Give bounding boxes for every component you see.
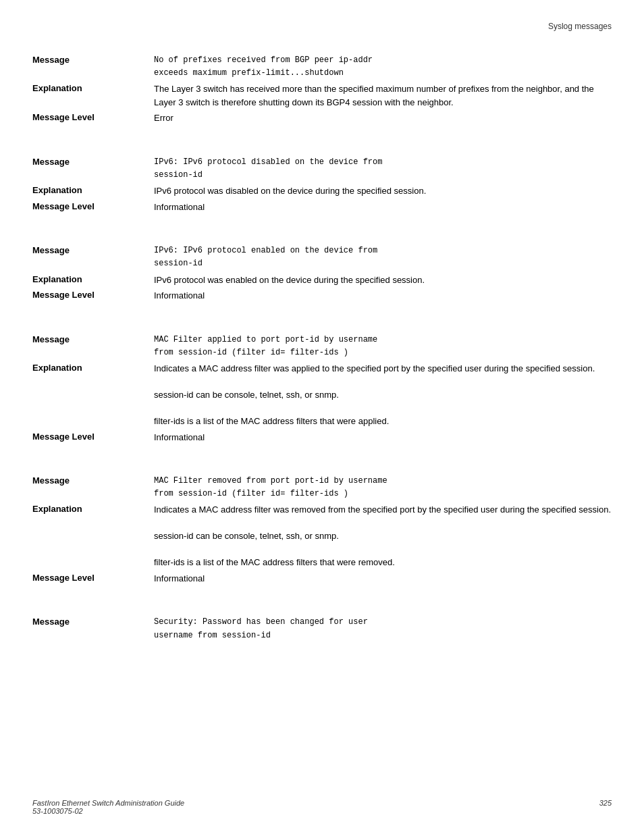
level-label-5: Message Level: [32, 572, 154, 583]
explanation-value-3: IPv6 protocol was enabled on the device …: [154, 273, 612, 287]
level-row-1: Message Level Error: [32, 111, 612, 125]
message-row-3: Message IPv6: IPv6 protocol enabled on t…: [32, 244, 612, 270]
message-row-5: Message MAC Filter removed from port por…: [32, 475, 612, 500]
entry-6: Message Security: Password has been chan…: [32, 616, 612, 642]
level-row-2: Message Level Informational: [32, 201, 612, 214]
message-value-3: IPv6: IPv6 protocol enabled on the devic…: [154, 244, 612, 270]
main-content: Message No of prefixes received from BGP…: [0, 0, 644, 702]
message-value-1: No of prefixes received from BGP peer ip…: [154, 54, 612, 80]
level-label-3: Message Level: [32, 289, 154, 300]
message-value-5: MAC Filter removed from port port-id by …: [154, 475, 612, 500]
header-title: Syslog messages: [548, 22, 612, 31]
message-label-3: Message: [32, 244, 154, 255]
explanation-label-5: Explanation: [32, 503, 154, 514]
level-value-3: Informational: [154, 289, 612, 303]
level-label-1: Message Level: [32, 111, 154, 122]
explanation-row-2: Explanation IPv6 protocol was disabled o…: [32, 184, 612, 198]
footer-guide-title: FastIron Ethernet Switch Administration …: [32, 799, 184, 807]
explanation-row-4: Explanation Indicates a MAC address filt…: [32, 362, 612, 428]
footer-left: FastIron Ethernet Switch Administration …: [32, 799, 184, 815]
message-label-6: Message: [32, 616, 154, 627]
explanation-label-1: Explanation: [32, 82, 154, 93]
footer-doc-number: 53-1003075-02: [32, 807, 83, 815]
entry-1: Message No of prefixes received from BGP…: [32, 54, 612, 125]
message-label-1: Message: [32, 54, 154, 65]
explanation-row-3: Explanation IPv6 protocol was enabled on…: [32, 273, 612, 287]
level-label-4: Message Level: [32, 431, 154, 442]
page-header: Syslog messages: [548, 22, 612, 31]
explanation-value-2: IPv6 protocol was disabled on the device…: [154, 184, 612, 198]
message-label-2: Message: [32, 156, 154, 167]
level-row-4: Message Level Informational: [32, 431, 612, 444]
message-row-1: Message No of prefixes received from BGP…: [32, 54, 612, 80]
explanation-row-5: Explanation Indicates a MAC address filt…: [32, 503, 612, 569]
entry-3: Message IPv6: IPv6 protocol enabled on t…: [32, 244, 612, 302]
message-row-6: Message Security: Password has been chan…: [32, 616, 612, 642]
explanation-label-4: Explanation: [32, 362, 154, 373]
level-value-4: Informational: [154, 431, 612, 444]
level-value-2: Informational: [154, 201, 612, 214]
footer-page-number: 325: [599, 799, 612, 815]
message-label-4: Message: [32, 334, 154, 344]
message-value-2: IPv6: IPv6 protocol disabled on the devi…: [154, 156, 612, 182]
explanation-label-3: Explanation: [32, 273, 154, 284]
entry-4: Message MAC Filter applied to port port-…: [32, 334, 612, 444]
level-value-1: Error: [154, 111, 612, 125]
message-row-4: Message MAC Filter applied to port port-…: [32, 334, 612, 359]
message-label-5: Message: [32, 475, 154, 486]
explanation-value-5: Indicates a MAC address filter was remov…: [154, 503, 612, 569]
explanation-row-1: Explanation The Layer 3 switch has recei…: [32, 82, 612, 109]
level-value-5: Informational: [154, 572, 612, 585]
entry-2: Message IPv6: IPv6 protocol disabled on …: [32, 156, 612, 213]
explanation-label-2: Explanation: [32, 184, 154, 195]
level-row-3: Message Level Informational: [32, 289, 612, 303]
explanation-value-4: Indicates a MAC address filter was appli…: [154, 362, 612, 428]
entry-5: Message MAC Filter removed from port por…: [32, 475, 612, 585]
message-row-2: Message IPv6: IPv6 protocol disabled on …: [32, 156, 612, 182]
page-footer: FastIron Ethernet Switch Administration …: [0, 799, 644, 815]
message-value-4: MAC Filter applied to port port-id by us…: [154, 334, 612, 359]
level-row-5: Message Level Informational: [32, 572, 612, 585]
level-label-2: Message Level: [32, 201, 154, 211]
message-value-6: Security: Password has been changed for …: [154, 616, 612, 642]
explanation-value-1: The Layer 3 switch has received more tha…: [154, 82, 612, 109]
